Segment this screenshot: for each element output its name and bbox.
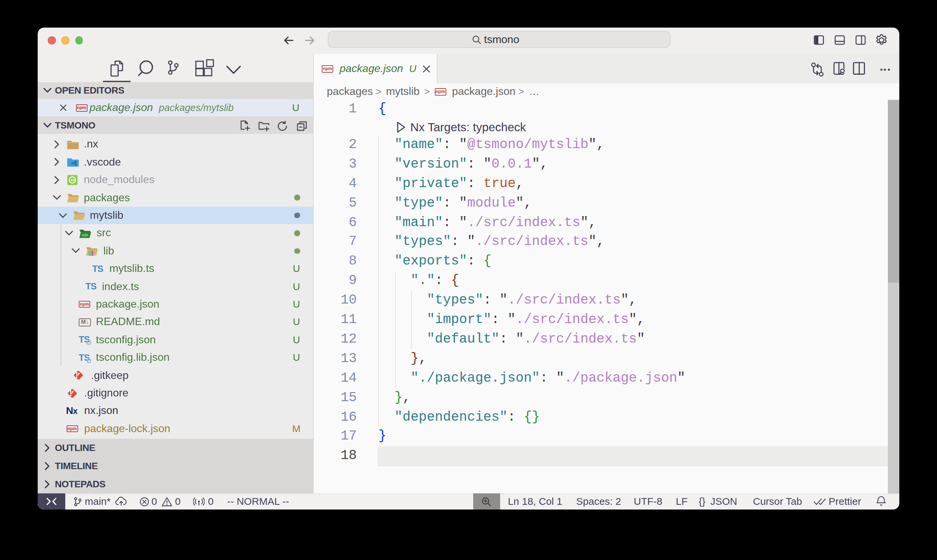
svg-text:JS: JS bbox=[70, 178, 74, 182]
svg-text:</>: </> bbox=[82, 232, 88, 237]
